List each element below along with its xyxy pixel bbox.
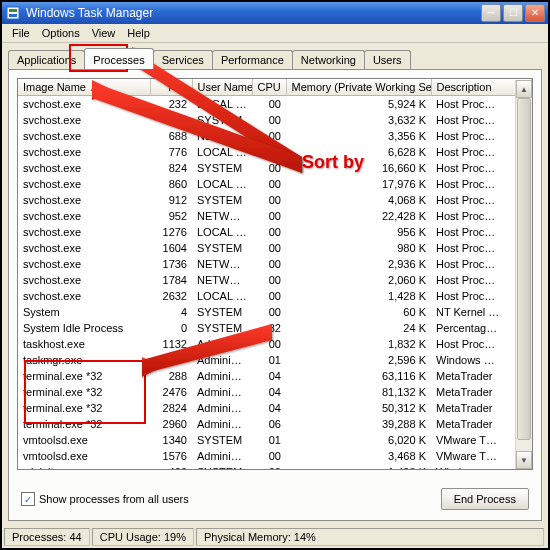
cell-user: SYSTEM <box>192 320 252 336</box>
cell-pid: 232 <box>150 96 192 113</box>
svg-rect-1 <box>9 9 17 12</box>
cell-pid: 1576 <box>150 448 192 464</box>
cell-cpu: 00 <box>252 288 286 304</box>
table-row[interactable]: terminal.exe *322960Administ…0639,288 KM… <box>18 416 532 432</box>
cell-pid: 2824 <box>150 400 192 416</box>
cell-image: taskmgr.exe <box>18 352 150 368</box>
table-row[interactable]: svchost.exe688NETWO…003,356 KHost Proc… <box>18 128 532 144</box>
table-row[interactable]: svchost.exe232LOCAL …005,924 KHost Proc… <box>18 96 532 113</box>
title-bar[interactable]: Windows Task Manager ─ ☐ ✕ <box>2 2 548 24</box>
cell-image: terminal.exe *32 <box>18 368 150 384</box>
cell-image: System Idle Process <box>18 320 150 336</box>
col-user[interactable]: User Name <box>192 79 252 96</box>
cell-pid: 1784 <box>150 272 192 288</box>
col-image-name[interactable]: Image Name▲ <box>18 79 150 96</box>
window-title: Windows Task Manager <box>24 6 481 20</box>
tab-services[interactable]: Services <box>153 50 213 69</box>
cell-cpu: 00 <box>252 96 286 113</box>
scroll-down-icon[interactable]: ▼ <box>516 451 532 469</box>
cell-image: svchost.exe <box>18 144 150 160</box>
table-row[interactable]: svchost.exe1736NETWO…002,936 KHost Proc… <box>18 256 532 272</box>
cell-cpu: 00 <box>252 240 286 256</box>
cell-pid: 0 <box>150 320 192 336</box>
table-row[interactable]: taskhost.exe1132Administ…001,832 KHost P… <box>18 336 532 352</box>
col-pid[interactable]: PID <box>150 79 192 96</box>
cell-image: svchost.exe <box>18 272 150 288</box>
table-row[interactable]: svchost.exe1604SYSTEM00980 KHost Proc… <box>18 240 532 256</box>
table-row[interactable]: wininit.exe400SYSTEM001,408 KWindows … <box>18 464 532 470</box>
table-row[interactable]: terminal.exe *322824Administ…0450,312 KM… <box>18 400 532 416</box>
table-row[interactable]: svchost.exe1784NETWO…002,060 KHost Proc… <box>18 272 532 288</box>
tab-performance[interactable]: Performance <box>212 50 293 69</box>
vertical-scrollbar[interactable]: ▲ ▼ <box>515 80 532 469</box>
cell-mem: 5,924 K <box>286 96 431 113</box>
cell-user: NETWO… <box>192 256 252 272</box>
table-row[interactable]: System4SYSTEM0060 KNT Kernel … <box>18 304 532 320</box>
cell-image: svchost.exe <box>18 128 150 144</box>
cell-user: Administ… <box>192 384 252 400</box>
table-row[interactable]: svchost.exe860LOCAL …0017,976 KHost Proc… <box>18 176 532 192</box>
cell-mem: 2,060 K <box>286 272 431 288</box>
menu-help[interactable]: Help <box>121 27 156 39</box>
cell-pid: 1276 <box>150 224 192 240</box>
table-row[interactable]: svchost.exe608SYSTEM003,632 KHost Proc… <box>18 112 532 128</box>
table-row[interactable]: svchost.exe1276LOCAL …00956 KHost Proc… <box>18 224 532 240</box>
minimize-button[interactable]: ─ <box>481 4 501 22</box>
tab-processes[interactable]: Processes <box>84 48 153 69</box>
cell-mem: 1,832 K <box>286 336 431 352</box>
cell-image: terminal.exe *32 <box>18 400 150 416</box>
table-row[interactable]: terminal.exe *32288Administ…0463,116 KMe… <box>18 368 532 384</box>
cell-mem: 63,116 K <box>286 368 431 384</box>
cell-user: NETWO… <box>192 208 252 224</box>
menu-file[interactable]: File <box>6 27 36 39</box>
col-cpu[interactable]: CPU <box>252 79 286 96</box>
table-row[interactable]: svchost.exe912SYSTEM004,068 KHost Proc… <box>18 192 532 208</box>
table-row[interactable]: svchost.exe776LOCAL …006,628 KHost Proc… <box>18 144 532 160</box>
cell-pid: 1604 <box>150 240 192 256</box>
cell-image: vmtoolsd.exe <box>18 448 150 464</box>
tab-users[interactable]: Users <box>364 50 411 69</box>
maximize-button[interactable]: ☐ <box>503 4 523 22</box>
show-all-checkbox[interactable]: ✓ <box>21 492 35 506</box>
cell-pid: 2960 <box>150 416 192 432</box>
cell-image: vmtoolsd.exe <box>18 432 150 448</box>
scroll-up-icon[interactable]: ▲ <box>516 80 532 98</box>
table-row[interactable]: vmtoolsd.exe1340SYSTEM016,020 KVMware T… <box>18 432 532 448</box>
menu-view[interactable]: View <box>86 27 122 39</box>
cell-image: svchost.exe <box>18 224 150 240</box>
status-processes: Processes: 44 <box>4 528 90 546</box>
table-row[interactable]: taskmgr.exeAdminist…012,596 KWindows … <box>18 352 532 368</box>
cell-cpu: 82 <box>252 320 286 336</box>
menu-options[interactable]: Options <box>36 27 86 39</box>
cell-cpu: 04 <box>252 368 286 384</box>
cell-user: LOCAL … <box>192 288 252 304</box>
cell-cpu: 00 <box>252 448 286 464</box>
cell-pid: 776 <box>150 144 192 160</box>
cell-user: Administ… <box>192 336 252 352</box>
process-list[interactable]: Image Name▲ PID User Name CPU Memory (Pr… <box>17 78 533 470</box>
cell-user: LOCAL … <box>192 96 252 113</box>
table-row[interactable]: System Idle Process0SYSTEM8224 KPercenta… <box>18 320 532 336</box>
window-frame: Windows Task Manager ─ ☐ ✕ File Options … <box>0 0 550 550</box>
tab-applications[interactable]: Applications <box>8 50 85 69</box>
cell-mem: 17,976 K <box>286 176 431 192</box>
cell-image: svchost.exe <box>18 112 150 128</box>
cell-mem: 980 K <box>286 240 431 256</box>
end-process-button[interactable]: End Process <box>441 488 529 510</box>
col-mem[interactable]: Memory (Private Working Set) <box>286 79 431 96</box>
table-row[interactable]: svchost.exe824SYSTEM0016,660 KHost Proc… <box>18 160 532 176</box>
table-row[interactable]: svchost.exe2632LOCAL …001,428 KHost Proc… <box>18 288 532 304</box>
cell-mem: 4,068 K <box>286 192 431 208</box>
cell-user: SYSTEM <box>192 464 252 470</box>
table-row[interactable]: svchost.exe952NETWO…0022,428 KHost Proc… <box>18 208 532 224</box>
cell-cpu: 00 <box>252 160 286 176</box>
tab-networking[interactable]: Networking <box>292 50 365 69</box>
table-row[interactable]: vmtoolsd.exe1576Administ…003,468 KVMware… <box>18 448 532 464</box>
close-button[interactable]: ✕ <box>525 4 545 22</box>
cell-pid: 400 <box>150 464 192 470</box>
show-all-row: ✓ Show processes from all users <box>21 492 189 506</box>
cell-cpu: 00 <box>252 128 286 144</box>
scroll-thumb[interactable] <box>517 98 531 440</box>
table-row[interactable]: terminal.exe *322476Administ…0481,132 KM… <box>18 384 532 400</box>
cell-mem: 50,312 K <box>286 400 431 416</box>
